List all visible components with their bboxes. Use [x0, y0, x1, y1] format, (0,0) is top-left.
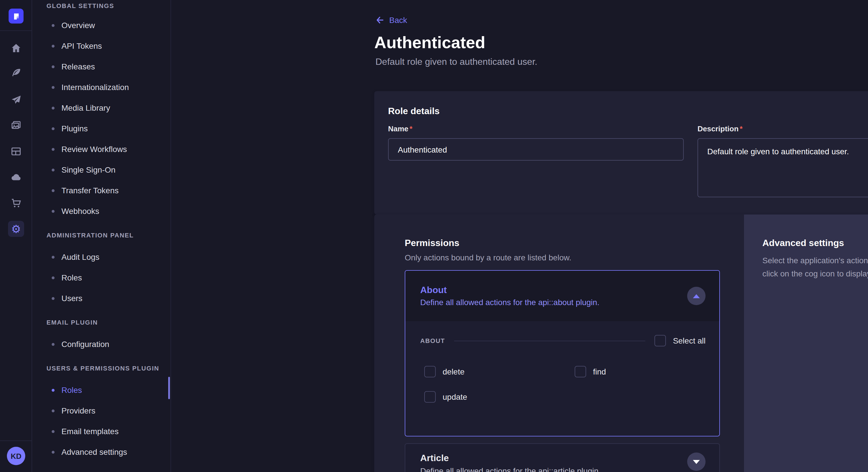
group-divider	[454, 340, 645, 341]
required-asterisk: *	[410, 125, 412, 133]
paper-plane-icon[interactable]	[9, 93, 23, 107]
find-checkbox[interactable]	[575, 366, 586, 377]
sidebar-item-overview[interactable]: Overview	[32, 15, 170, 36]
sidebar-section-email-plugin: EMAIL PLUGIN	[32, 318, 170, 327]
name-field-group: Name*	[388, 125, 684, 200]
sidebar-section-administration-panel: ADMINISTRATION PANEL	[32, 231, 170, 240]
required-asterisk: *	[740, 125, 743, 133]
action-delete[interactable]: delete	[424, 366, 575, 377]
strapi-logo-icon	[12, 12, 20, 20]
permissions-card: Permissions Only actions bound by a rout…	[374, 214, 868, 472]
sidebar-item-up-email-templates[interactable]: Email templates	[32, 421, 170, 442]
sidebar-scrollbar-thumb[interactable]	[168, 377, 170, 399]
accordion-about-title: About	[420, 285, 599, 295]
media-images-icon[interactable]	[9, 119, 23, 133]
chevron-down-icon	[693, 460, 700, 464]
bullet-icon	[52, 189, 55, 192]
description-label: Description*	[698, 125, 868, 133]
collapse-toggle-button[interactable]	[687, 287, 706, 305]
bullet-icon	[52, 148, 55, 150]
bullet-icon	[52, 106, 55, 109]
bullet-icon	[52, 276, 55, 279]
action-update[interactable]: update	[424, 391, 575, 403]
bullet-icon	[52, 256, 55, 258]
find-label: find	[593, 367, 606, 376]
sidebar-section-users-permissions-plugin: USERS & PERMISSIONS PLUGIN	[32, 364, 170, 373]
role-details-card: Role details Name* Description* Default …	[374, 91, 868, 214]
name-input[interactable]	[388, 138, 684, 161]
sidebar-item-single-sign-on[interactable]: Single Sign-On	[32, 160, 170, 180]
layout-panel-icon[interactable]	[9, 144, 23, 158]
sidebar-item-up-advanced-settings[interactable]: Advanced settings	[32, 442, 170, 462]
sidebar-item-email-configuration[interactable]: Configuration	[32, 334, 170, 355]
main-nav-rail: ⚙ KD	[0, 0, 32, 472]
bullet-icon	[52, 343, 55, 345]
bullet-icon	[52, 65, 55, 68]
permissions-title: Permissions	[405, 238, 720, 248]
advanced-settings-panel: Advanced settings Select the application…	[744, 214, 868, 472]
sidebar-item-admin-users[interactable]: Users	[32, 288, 170, 308]
sidebar-item-admin-roles[interactable]: Roles	[32, 267, 170, 288]
accordion-about: About Define all allowed actions for the…	[405, 270, 720, 436]
group-label: ABOUT	[420, 337, 445, 344]
select-all-control: Select all	[654, 335, 706, 346]
accordion-article[interactable]: Article Define all allowed actions for t…	[405, 443, 720, 472]
accordion-about-header[interactable]: About Define all allowed actions for the…	[405, 271, 719, 321]
delete-checkbox[interactable]	[424, 366, 436, 377]
bullet-icon	[52, 389, 55, 392]
description-textarea[interactable]: Default role given to authenticated user…	[698, 138, 868, 197]
bullet-icon	[52, 127, 55, 130]
permissions-subtitle: Only actions bound by a route are listed…	[405, 253, 720, 262]
description-field-group: Description* Default role given to authe…	[698, 125, 868, 200]
back-link[interactable]: Back	[375, 15, 407, 25]
action-find[interactable]: find	[575, 366, 720, 377]
shopping-cart-icon[interactable]	[9, 196, 23, 210]
update-checkbox[interactable]	[424, 391, 436, 403]
sidebar-item-audit-logs[interactable]: Audit Logs	[32, 247, 170, 267]
sidebar-item-releases[interactable]: Releases	[32, 56, 170, 77]
bullet-icon	[52, 297, 55, 300]
sidebar-item-internationalization[interactable]: Internationalization	[32, 77, 170, 98]
strapi-admin-window: ⚙ KD GLOBAL SETTINGS Overview API Tokens…	[0, 0, 868, 472]
main-content: Back Authenticated Default role given to…	[171, 0, 868, 472]
role-details-title: Role details	[374, 106, 868, 116]
expand-toggle-button[interactable]	[687, 452, 706, 471]
bullet-icon	[52, 44, 55, 47]
sidebar-item-up-providers[interactable]: Providers	[32, 400, 170, 421]
bullet-icon	[52, 409, 55, 412]
sidebar-item-api-tokens[interactable]: API Tokens	[32, 36, 170, 56]
update-label: update	[443, 392, 467, 401]
sidebar-item-transfer-tokens[interactable]: Transfer Tokens	[32, 180, 170, 201]
strapi-logo[interactable]	[9, 9, 24, 24]
cloud-icon[interactable]	[9, 170, 23, 184]
settings-sidebar: GLOBAL SETTINGS Overview API Tokens Rele…	[32, 0, 171, 472]
bullet-icon	[52, 430, 55, 433]
chevron-up-icon	[693, 294, 700, 298]
page-title: Authenticated	[374, 33, 485, 52]
sidebar-item-media-library[interactable]: Media Library	[32, 98, 170, 118]
permissions-panel: Permissions Only actions bound by a rout…	[374, 214, 744, 472]
sidebar-item-up-roles[interactable]: Roles	[32, 380, 170, 400]
rail-divider-bottom	[0, 440, 32, 441]
avatar[interactable]: KD	[7, 447, 25, 465]
gear-icon[interactable]: ⚙	[8, 221, 24, 237]
accordion-about-body: ABOUT Select all delete	[405, 321, 719, 403]
advanced-settings-body: Select the application's actions or the …	[763, 254, 868, 280]
accordion-article-subtitle: Define all allowed actions for the api::…	[420, 466, 679, 472]
select-all-checkbox[interactable]	[654, 335, 666, 346]
bullet-icon	[52, 86, 55, 89]
sidebar-item-webhooks[interactable]: Webhooks	[32, 201, 170, 222]
action-checkbox-grid: delete find update	[424, 366, 706, 403]
accordion-article-title: Article	[420, 453, 679, 463]
sidebar-section-global-settings: GLOBAL SETTINGS	[32, 1, 170, 10]
feather-pen-icon[interactable]	[9, 66, 23, 80]
page-subtitle: Default role given to authenticated user…	[375, 57, 537, 67]
bullet-icon	[52, 210, 55, 212]
back-arrow-icon	[375, 15, 384, 25]
bullet-icon	[52, 450, 55, 453]
sidebar-item-review-workflows[interactable]: Review Workflows	[32, 139, 170, 160]
advanced-settings-title: Advanced settings	[763, 238, 868, 248]
home-icon[interactable]	[9, 41, 23, 55]
accordion-about-subtitle: Define all allowed actions for the api::…	[420, 298, 599, 307]
sidebar-item-plugins[interactable]: Plugins	[32, 118, 170, 139]
